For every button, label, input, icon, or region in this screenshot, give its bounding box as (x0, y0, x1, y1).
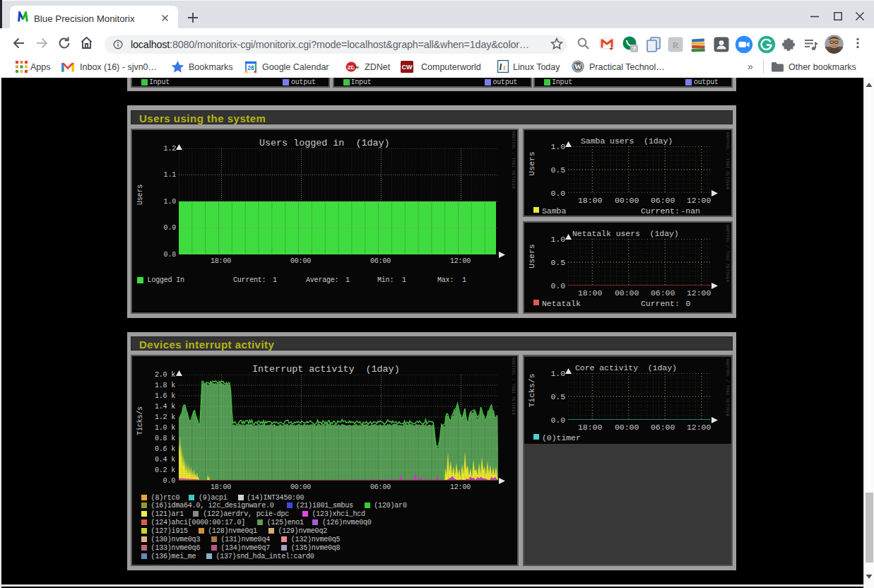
svg-text:Net: Net (353, 65, 359, 69)
svg-text:R: R (673, 40, 679, 50)
svg-text:28: 28 (247, 64, 254, 71)
svg-text:CW: CW (402, 64, 413, 71)
svg-text:?: ? (632, 45, 637, 52)
svg-text:W: W (574, 63, 582, 71)
